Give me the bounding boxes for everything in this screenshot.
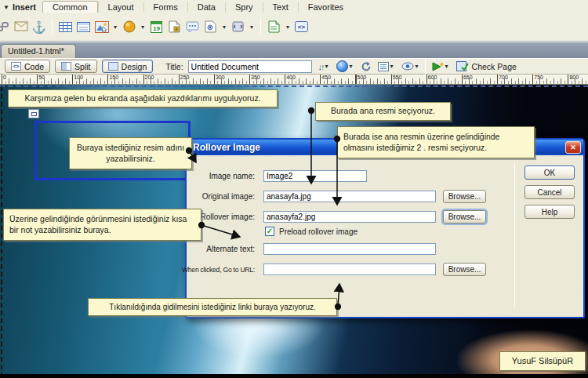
go-to-url-input[interactable]: [263, 264, 436, 275]
tab-data[interactable]: Data: [187, 2, 225, 13]
design-view-button[interactable]: Design: [102, 60, 154, 73]
email-link-icon[interactable]: [13, 20, 28, 35]
toolbar-separator: [260, 19, 261, 35]
insert-panel-toggle[interactable]: ▼ Insert: [0, 2, 42, 12]
insert-div-icon[interactable]: [76, 20, 91, 35]
image-placeholder-handle[interactable]: [28, 109, 39, 118]
insert-tabs: CommonLayoutFormsDataSpryTextFavorites: [42, 2, 353, 12]
images-icon[interactable]: [94, 20, 109, 35]
url-browse-button[interactable]: Browse...: [443, 263, 486, 276]
tab-forms[interactable]: Forms: [143, 2, 187, 13]
cancel-button[interactable]: Cancel: [524, 185, 575, 199]
hyperlink-icon[interactable]: [0, 20, 10, 35]
help-button[interactable]: Help: [524, 205, 575, 219]
insert-bar: ▼ Insert CommonLayoutFormsDataSpryTextFa…: [0, 0, 588, 42]
validate-dropdown-icon[interactable]: ▾: [444, 63, 450, 70]
tab-common[interactable]: Common: [42, 1, 98, 13]
templates-dropdown-icon[interactable]: ▾: [285, 24, 291, 31]
file-management-dropdown-icon[interactable]: ▾: [324, 63, 330, 70]
view-options-dropdown-icon[interactable]: ▾: [389, 63, 395, 70]
script-dropdown-icon[interactable]: ▾: [249, 24, 255, 31]
callout-url: Tıklanıldığında gidilmesini istediğiniz …: [88, 298, 337, 316]
alternate-text-input[interactable]: [263, 243, 436, 255]
code-view-icon: <>: [11, 62, 21, 71]
ruler-tick-label: 650: [463, 75, 473, 80]
document-tab-strip: Untitled-1.html*: [0, 42, 588, 58]
script-icon[interactable]: [230, 20, 245, 35]
tab-layout[interactable]: Layout: [98, 2, 143, 13]
check-page-button[interactable]: Check Page: [456, 61, 517, 71]
insert-tab-row: ▼ Insert CommonLayoutFormsDataSpryTextFa…: [0, 0, 588, 14]
visual-aids-icon[interactable]: [401, 61, 414, 71]
visual-aids-dropdown-icon[interactable]: ▾: [414, 63, 420, 70]
ruler-tick-label: 300: [216, 75, 225, 80]
dialog-title: Rollover Image: [193, 142, 260, 153]
head-icon[interactable]: [203, 20, 218, 35]
validate-icon[interactable]: [432, 62, 444, 71]
toolbar-separator: [425, 59, 426, 75]
signature-badge: YusuF SilsüpüR: [499, 351, 586, 371]
check-page-label: Check Page: [472, 62, 517, 71]
code-view-button[interactable]: <> Code: [5, 60, 50, 73]
templates-icon[interactable]: [267, 20, 281, 35]
split-view-button[interactable]: Split: [55, 60, 96, 73]
check-icon: ✓: [267, 227, 273, 235]
ruler-tick-label: 500: [358, 75, 367, 80]
named-anchor-icon[interactable]: ⚓: [31, 20, 46, 35]
original-browse-button[interactable]: Browse...: [443, 190, 486, 203]
horizontal-ruler: 0501001502002503003504004505005506006507…: [0, 75, 588, 85]
callout-rollover-image: Burada ise ana resmin üzerine gelindiğin…: [337, 126, 535, 158]
ruler-tick-label: 400: [286, 75, 296, 80]
image-name-input[interactable]: [263, 170, 367, 182]
preview-globe-icon[interactable]: [336, 60, 348, 72]
original-image-input[interactable]: [263, 191, 436, 202]
media-dropdown-icon[interactable]: ▾: [140, 24, 146, 31]
document-tab[interactable]: Untitled-1.html*: [1, 44, 76, 58]
ruler-tick-label: 750: [534, 75, 543, 80]
ruler-tick-label: 550: [393, 75, 402, 80]
code-view-label: Code: [24, 62, 44, 71]
callout-image-name: Buraya istediğiniz resim adını yazabilir…: [69, 137, 192, 169]
dialog-separator: [514, 162, 515, 309]
rollover-image-label: Rollover image:: [201, 213, 255, 221]
ruler-tick-label: 200: [145, 75, 154, 80]
tab-favorites[interactable]: Favorites: [298, 2, 353, 13]
callout-original-image: Burada ana resmi seçiyoruz.: [315, 102, 451, 121]
original-image-label: Original image:: [202, 192, 255, 201]
go-to-url-label: When clicked, Go to URL:: [182, 266, 255, 274]
images-dropdown-icon[interactable]: ▾: [112, 24, 118, 31]
ruler-tick-label: 150: [109, 75, 118, 80]
ok-button[interactable]: OK: [524, 165, 575, 180]
comment-icon[interactable]: [185, 20, 200, 35]
ruler-tick-label: 600: [428, 75, 437, 80]
ruler-tick-label: 0: [3, 75, 6, 80]
document-title-input[interactable]: [188, 60, 312, 73]
tag-chooser-icon[interactable]: <>: [294, 20, 309, 35]
table-icon[interactable]: [58, 20, 73, 35]
view-options-icon[interactable]: [378, 62, 389, 71]
tab-text[interactable]: Text: [263, 2, 298, 13]
file-management-icon[interactable]: ↓↑: [318, 62, 324, 71]
callout-intro: Karşımıza gelen bu ekranda aşağıdaki yaz…: [8, 89, 278, 107]
rollover-image-dialog: Rollover Image ✕ Image name: Original im…: [185, 138, 585, 318]
document-toolbar: <> Code Split Design Title: ↓↑ ▾ ▾ ▾ ▾ ▾: [0, 58, 588, 75]
ruler-tick-label: 350: [251, 75, 260, 80]
refresh-icon[interactable]: [361, 61, 372, 72]
split-view-icon: [61, 62, 71, 71]
ruler-tick-label: 450: [321, 75, 331, 80]
callout-alt-text: Üzerine gelindiğinde görünmesini istediğ…: [3, 209, 201, 241]
preload-checkbox[interactable]: ✓: [265, 227, 274, 236]
svg-text:19: 19: [153, 25, 160, 32]
tab-spry[interactable]: Spry: [225, 2, 263, 13]
server-side-include-icon[interactable]: [167, 20, 182, 35]
preview-dropdown-icon[interactable]: ▾: [348, 63, 354, 70]
rollover-browse-button[interactable]: Browse...: [443, 210, 486, 224]
bottom-black-strip: [0, 374, 588, 378]
selection-border-top: [0, 85, 588, 87]
check-page-icon: [456, 61, 469, 71]
head-dropdown-icon[interactable]: ▾: [221, 24, 227, 31]
rollover-image-input[interactable]: [263, 211, 436, 223]
media-icon[interactable]: [122, 20, 136, 35]
close-icon[interactable]: ✕: [565, 141, 581, 154]
date-icon[interactable]: 19: [149, 20, 164, 35]
